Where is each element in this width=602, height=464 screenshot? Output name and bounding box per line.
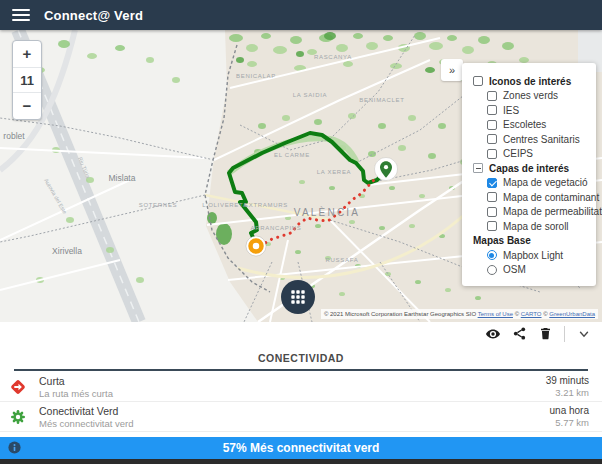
info-icon — [7, 440, 22, 455]
zoom-in-button[interactable]: + — [13, 41, 41, 67]
layer-label: Zones verds — [503, 90, 558, 101]
town-label: roblet — [3, 131, 25, 141]
zoom-out-button[interactable]: − — [13, 93, 41, 119]
greenurbandata-link[interactable]: GreenUrbanData — [549, 311, 595, 317]
layer-label: IES — [503, 105, 519, 116]
district-label: L'OLIVERETA — [202, 202, 247, 208]
panel-collapse-button[interactable]: » — [441, 59, 463, 81]
district-label: LA SAIDIA — [293, 92, 328, 98]
terms-of-use-link[interactable]: Terms of Use — [478, 311, 513, 317]
route-toolbar — [0, 322, 602, 345]
route-duration: una hora — [550, 405, 589, 416]
route-row-conectivitat-verd[interactable]: Conectivitat Verd Més connectivitat verd… — [0, 402, 602, 432]
route-duration: 39 minuts — [546, 375, 589, 386]
district-label: RASCANYA — [314, 54, 352, 60]
ceips-checkbox[interactable] — [487, 149, 497, 159]
layer-item[interactable]: Mapa de contaminant NO2 — [462, 190, 596, 205]
layer-item[interactable]: CEIPS — [462, 147, 596, 162]
layer-item[interactable]: Centres Sanitaris — [462, 132, 596, 147]
layers-panel: Iconos de interés Zones verds IES Escole… — [462, 63, 596, 286]
layer-label: Mapa de permeabilitat — [503, 206, 602, 217]
soroll-checkbox[interactable] — [487, 221, 497, 231]
route-row-curta[interactable]: Curta La ruta més curta 39 minuts 3.21 k… — [0, 372, 602, 402]
district-label: LA XEREA — [317, 169, 352, 175]
section-divider — [14, 369, 588, 371]
town-label: Mislata — [109, 173, 136, 183]
chevron-down-icon[interactable] — [576, 326, 592, 342]
layer-item[interactable]: Mapa de vegetació — [462, 176, 596, 191]
zones-verds-checkbox[interactable] — [487, 91, 497, 101]
result-banner: 57% Més connectivitat verd — [0, 437, 602, 459]
zoom-level: 11 — [13, 67, 41, 93]
ies-checkbox[interactable] — [487, 105, 497, 115]
district-label: EXTRAMURS — [244, 202, 288, 208]
escoletes-checkbox[interactable] — [487, 120, 497, 130]
layer-item[interactable]: Mapa de permeabilitat — [462, 205, 596, 220]
layer-label: Centres Sanitaris — [503, 134, 580, 145]
origin-marker[interactable] — [246, 236, 266, 256]
basemap-option[interactable]: Mapbox Light — [462, 248, 596, 263]
toolbar-divider — [564, 326, 565, 342]
osm-radio[interactable] — [487, 265, 497, 275]
app-window: Connect@ Verd — [0, 0, 602, 464]
basemap-label: OSM — [503, 264, 526, 275]
share-icon[interactable] — [511, 326, 527, 342]
layer-item[interactable]: Mapa de soroll — [462, 219, 596, 234]
iconos-checkbox[interactable] — [473, 76, 483, 86]
app-title: Connect@ Verd — [44, 8, 143, 23]
mapas-base-label: Mapas Base — [473, 235, 531, 246]
attribution-text: © 2021 Microsoft Corporation Earthstar G… — [324, 311, 478, 317]
basemap-label: Mapbox Light — [503, 250, 563, 261]
visibility-eye-icon[interactable] — [485, 326, 501, 342]
district-label: EL CARME — [274, 152, 310, 158]
app-header: Connect@ Verd — [0, 0, 602, 30]
menu-icon[interactable] — [12, 9, 30, 21]
connectivity-header: CONECTIVIDAD — [0, 345, 602, 370]
district-label: ARRANCAPINS — [250, 225, 301, 231]
directions-icon — [8, 377, 28, 397]
collapse-minus-icon[interactable] — [473, 163, 483, 173]
grid-icon — [291, 290, 304, 303]
town-label: Xirivella — [52, 246, 82, 256]
bottom-strip — [0, 459, 602, 464]
layer-label: CEIPS — [503, 148, 533, 159]
layer-item[interactable]: IES — [462, 103, 596, 118]
route-subtitle: Més connectivitat verd — [39, 418, 134, 429]
iconos-header-label: Iconos de interés — [489, 76, 571, 87]
carto-link[interactable]: CARTO — [521, 311, 542, 317]
capas-header-row[interactable]: Capas de interés — [462, 161, 596, 176]
mapbox-light-radio[interactable] — [487, 250, 497, 260]
layer-label: Mapa de contaminant NO2 — [503, 192, 602, 203]
layer-label: Mapa de soroll — [503, 221, 569, 232]
basemap-option[interactable]: OSM — [462, 263, 596, 278]
layer-item[interactable]: Escoletes — [462, 118, 596, 133]
map-container: VALÈNCIA BENICALAP RASCANYA LA SAIDIA BE… — [0, 30, 602, 322]
mapas-base-header: Mapas Base — [462, 234, 596, 249]
district-label: BENIMACLET — [359, 97, 404, 103]
route-distance: 3.21 km — [546, 387, 589, 398]
permeabilitat-checkbox[interactable] — [487, 207, 497, 217]
centres-sanitaris-checkbox[interactable] — [487, 134, 497, 144]
layers-grid-button[interactable] — [281, 280, 315, 314]
green-flower-icon — [8, 407, 28, 427]
route-subtitle: La ruta més curta — [39, 388, 113, 399]
capas-header-label: Capas de interés — [489, 163, 569, 174]
city-label: VALÈNCIA — [294, 206, 360, 218]
district-label: RUSSAFA — [326, 257, 359, 263]
district-label: BENICALAP — [236, 73, 276, 79]
route-title: Conectivitat Verd — [39, 405, 134, 417]
vegetacio-checkbox[interactable] — [487, 178, 497, 188]
connectivity-title: CONECTIVIDAD — [258, 352, 344, 364]
destination-pin-icon[interactable] — [375, 158, 398, 181]
iconos-header-row[interactable]: Iconos de interés — [462, 74, 596, 89]
route-title: Curta — [39, 375, 113, 387]
layer-label: Mapa de vegetació — [503, 177, 588, 188]
zoom-control: + 11 − — [12, 40, 42, 120]
no2-checkbox[interactable] — [487, 192, 497, 202]
layer-label: Escoletes — [503, 119, 546, 130]
layer-item[interactable]: Zones verds — [462, 89, 596, 104]
district-label: SOTERNES — [139, 202, 178, 208]
map-attribution: © 2021 Microsoft Corporation Earthstar G… — [321, 309, 598, 319]
result-message: 57% Més connectivitat verd — [223, 441, 380, 455]
trash-icon[interactable] — [537, 326, 553, 342]
